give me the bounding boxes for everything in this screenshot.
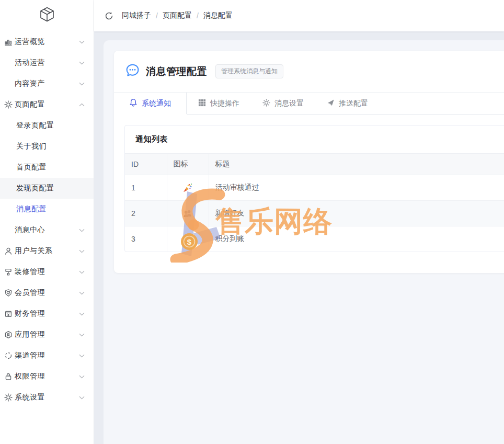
chevron-down-icon bbox=[79, 82, 85, 86]
sidebar: 运营概览 活动运营 内容资产 bbox=[0, 0, 94, 444]
chevron-down-icon bbox=[79, 40, 85, 44]
sidebar-item-app-management[interactable]: 应用管理 bbox=[0, 324, 94, 345]
cell-title: 新增好友 bbox=[209, 200, 504, 226]
sidebar-subitem-label: 首页配置 bbox=[16, 163, 47, 172]
message-config-card: 消息管理配置 管理系统消息与通知 系统通知 bbox=[114, 51, 504, 273]
refresh-icon[interactable] bbox=[105, 12, 113, 20]
paint-roller-icon bbox=[4, 268, 15, 276]
tab-message-settings[interactable]: 消息设置 bbox=[251, 93, 315, 114]
sidebar-item-label: 财务管理 bbox=[15, 309, 79, 318]
chevron-down-icon bbox=[79, 333, 85, 337]
sidebar-item-users-relations[interactable]: 用户与关系 bbox=[0, 241, 94, 261]
sidebar-item-label: 会员管理 bbox=[15, 288, 79, 298]
main-area: 同城搭子 / 页面配置 / 消息配置 消息管理配置 管理系统消息与通 bbox=[94, 0, 504, 444]
tab-system-notice[interactable]: 系统通知 bbox=[114, 93, 187, 114]
notice-list-title: 通知列表 bbox=[125, 126, 504, 154]
cell-id: 2 bbox=[125, 200, 167, 226]
chevron-down-icon bbox=[79, 270, 85, 274]
sidebar-subitem-home-page-config[interactable]: 首页配置 bbox=[0, 157, 94, 178]
sidebar-subitem-label: 发现页配置 bbox=[16, 184, 54, 193]
app-root: 运营概览 活动运营 内容资产 bbox=[0, 0, 504, 444]
topbar: 同城搭子 / 页面配置 / 消息配置 bbox=[94, 0, 504, 31]
chevron-up-icon bbox=[79, 103, 85, 107]
lock-icon bbox=[4, 372, 15, 381]
column-header-id: ID bbox=[125, 154, 167, 175]
card-body: 通知列表 ID 图标 标题 1 bbox=[114, 115, 504, 252]
chevron-down-icon bbox=[79, 354, 85, 358]
sidebar-item-message-center[interactable]: 消息中心 bbox=[0, 220, 94, 241]
breadcrumb-item-current: 消息配置 bbox=[203, 11, 233, 20]
chevron-down-icon bbox=[79, 396, 85, 400]
breadcrumb: 同城搭子 / 页面配置 / 消息配置 bbox=[122, 11, 233, 20]
chevron-down-icon bbox=[79, 229, 85, 232]
breadcrumb-separator: / bbox=[156, 12, 158, 20]
sidebar-subitem-label: 消息配置 bbox=[16, 204, 47, 214]
sidebar-item-member-management[interactable]: 会员管理 bbox=[0, 282, 94, 303]
sidebar-item-activity-operations[interactable]: 活动运营 bbox=[0, 52, 94, 73]
sidebar-item-channel-management[interactable]: 渠道管理 bbox=[0, 345, 94, 366]
chevron-down-icon bbox=[79, 312, 85, 316]
cell-id: 1 bbox=[125, 175, 167, 200]
tab-label: 快捷操作 bbox=[210, 99, 239, 108]
tab-push-config[interactable]: 推送配置 bbox=[315, 93, 380, 114]
chat-bubble-icon bbox=[125, 63, 140, 79]
sidebar-item-label: 渠道管理 bbox=[15, 351, 79, 360]
sidebar-item-permission-management[interactable]: 权限管理 bbox=[0, 366, 94, 387]
breadcrumb-separator: / bbox=[197, 12, 199, 20]
heart-badge-icon bbox=[4, 289, 15, 297]
tab-label: 消息设置 bbox=[274, 99, 304, 108]
cash-icon bbox=[4, 310, 15, 318]
hexagon-app-icon bbox=[4, 331, 15, 339]
tab-label: 推送配置 bbox=[339, 99, 368, 108]
sidebar-item-label: 应用管理 bbox=[15, 330, 79, 339]
svg-text:$: $ bbox=[186, 236, 189, 242]
sidebar-subitem-discover-page-config[interactable]: 发现页配置 bbox=[0, 178, 94, 199]
cell-icon bbox=[167, 200, 209, 226]
breadcrumb-item[interactable]: 同城搭子 bbox=[122, 11, 151, 20]
cell-icon bbox=[167, 175, 209, 200]
gear-icon bbox=[262, 99, 270, 108]
tab-quick-actions[interactable]: 快捷操作 bbox=[187, 93, 251, 114]
dashed-circle-icon bbox=[4, 351, 15, 360]
tab-label: 系统通知 bbox=[142, 99, 171, 108]
sidebar-item-label: 装修管理 bbox=[15, 267, 79, 277]
sidebar-item-label: 活动运营 bbox=[15, 58, 79, 67]
sidebar-menu: 运营概览 活动运营 内容资产 bbox=[0, 31, 94, 444]
grid-icon bbox=[198, 99, 206, 108]
sidebar-item-label: 权限管理 bbox=[15, 372, 79, 381]
people-icon bbox=[182, 208, 193, 217]
subtitle-badge: 管理系统消息与通知 bbox=[215, 64, 283, 78]
app-logo[interactable] bbox=[0, 0, 94, 31]
chevron-down-icon bbox=[79, 61, 85, 65]
sidebar-item-system-settings[interactable]: 系统设置 bbox=[0, 387, 94, 408]
sidebar-item-label: 内容资产 bbox=[15, 79, 79, 88]
cell-title: 活动审核通过 bbox=[209, 175, 504, 200]
sidebar-item-finance-management[interactable]: 财务管理 bbox=[0, 303, 94, 324]
sidebar-subitem-label: 关于我们 bbox=[16, 142, 47, 151]
sidebar-item-operations-overview[interactable]: 运营概览 bbox=[0, 31, 94, 52]
sidebar-item-decoration-management[interactable]: 装修管理 bbox=[0, 261, 94, 282]
page-title: 消息管理配置 bbox=[146, 65, 207, 78]
breadcrumb-item[interactable]: 页面配置 bbox=[163, 11, 192, 20]
sidebar-subitem-about-us[interactable]: 关于我们 bbox=[0, 136, 94, 157]
column-header-icon: 图标 bbox=[167, 154, 209, 175]
content-wrapper: 消息管理配置 管理系统消息与通知 系统通知 bbox=[104, 40, 504, 444]
sidebar-item-page-config[interactable]: 页面配置 bbox=[0, 94, 94, 115]
sidebar-subitem-login-page-config[interactable]: 登录页配置 bbox=[0, 115, 94, 136]
sidebar-item-label: 系统设置 bbox=[15, 393, 79, 402]
column-header-title: 标题 bbox=[209, 154, 504, 175]
table-row: 2 bbox=[125, 200, 504, 226]
sidebar-item-content-assets[interactable]: 内容资产 bbox=[0, 73, 94, 94]
sidebar-item-label: 用户与关系 bbox=[15, 246, 79, 256]
user-icon bbox=[4, 247, 15, 255]
cell-icon: $ bbox=[167, 226, 209, 252]
sidebar-subitem-message-config[interactable]: 消息配置 bbox=[0, 199, 94, 220]
chevron-down-icon bbox=[79, 375, 85, 379]
sidebar-item-label: 消息中心 bbox=[15, 225, 79, 235]
sidebar-subitem-label: 登录页配置 bbox=[16, 121, 54, 130]
cell-title: 积分到账 bbox=[209, 226, 504, 252]
gear-icon bbox=[4, 100, 15, 109]
gear-icon bbox=[4, 393, 15, 402]
chevron-down-icon bbox=[79, 249, 85, 253]
cell-id: 3 bbox=[125, 226, 167, 252]
